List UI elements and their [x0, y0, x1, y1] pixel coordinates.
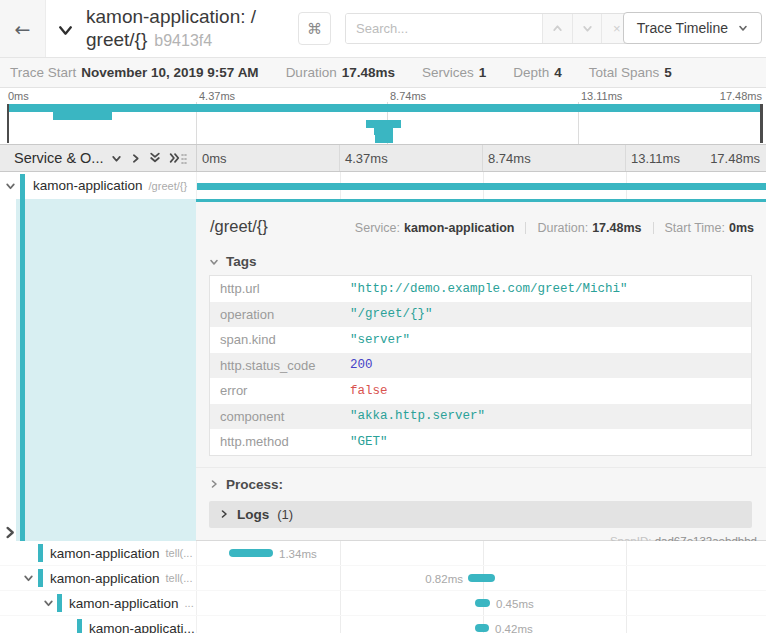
timeline-gridline	[340, 566, 341, 590]
keyboard-shortcuts-button[interactable]: ⌘	[298, 12, 331, 45]
span-name-cell[interactable]: kamon-application ...	[0, 591, 196, 615]
span-row[interactable]: kamon-applicati... 0.42ms	[0, 616, 766, 633]
back-button[interactable]: ←	[0, 0, 46, 57]
tag-key: error	[210, 383, 350, 398]
trace-minimap: 0ms 4.37ms 8.74ms 13.11ms 17.48ms	[0, 88, 766, 145]
search-input[interactable]	[346, 14, 542, 43]
chevron-down-icon	[738, 23, 748, 33]
span-name-cell[interactable]: kamon-applicati...	[0, 616, 196, 633]
timeline-gridline	[340, 591, 341, 615]
selected-span-column[interactable]	[16, 199, 196, 541]
span-name-cell[interactable]: kamon-application /greet/{}	[0, 172, 196, 199]
minimap-handle-left[interactable]	[7, 104, 9, 143]
span-rows: kamon-application tell(... 1.34ms kamon-…	[0, 541, 766, 633]
tags-table: http.url"http://demo.example.com/greet/M…	[209, 275, 752, 456]
timeline-gridline	[340, 616, 341, 633]
span-bar[interactable]	[229, 549, 273, 557]
column-gridline	[339, 145, 340, 171]
detail-meta: Service:kamon-application Duration:17.48…	[355, 221, 754, 235]
span-bar[interactable]	[197, 183, 766, 190]
command-icon: ⌘	[307, 20, 322, 38]
search-next-button[interactable]	[572, 14, 602, 43]
detail-operation-title: /greet/{}	[210, 217, 268, 236]
trace-collapse-toggle[interactable]	[52, 18, 78, 42]
summary-trace-start: Trace StartNovember 10, 2019 9:57 AM	[10, 65, 259, 80]
minimap-canvas[interactable]	[8, 104, 762, 144]
page-title-line2: greet/{}b9413f4	[86, 28, 256, 52]
span-bar[interactable]	[468, 574, 495, 582]
tag-row: span.kind"server"	[210, 327, 751, 353]
operation-name: tell(...	[166, 547, 193, 559]
collapse-all-button[interactable]	[149, 152, 161, 164]
process-section-header[interactable]: Process:	[196, 467, 766, 498]
tag-row: http.url"http://demo.example.com/greet/M…	[210, 276, 751, 302]
span-row[interactable]: kamon-application tell(... 0.82ms	[0, 566, 766, 591]
tag-row: http.method"GET"	[210, 429, 751, 455]
span-timeline-cell[interactable]: 0.82ms	[196, 566, 766, 590]
span-timeline-cell[interactable]: 1.34ms	[196, 541, 766, 565]
span-row-root[interactable]: kamon-application /greet/{}	[0, 172, 766, 199]
collapse-one-button[interactable]	[111, 153, 122, 164]
span-accent-bar	[57, 594, 62, 612]
chevron-down-icon	[57, 22, 74, 39]
span-row[interactable]: kamon-application ... 0.45ms	[0, 591, 766, 616]
span-name-cell[interactable]: kamon-application tell(...	[0, 541, 196, 565]
tag-key: operation	[210, 307, 350, 322]
summary-duration: Duration17.48ms	[286, 65, 395, 80]
minimap-span-bar	[53, 112, 112, 120]
search-prev-button[interactable]	[542, 14, 572, 43]
span-timeline-cell[interactable]: 0.45ms	[196, 591, 766, 615]
tag-row: component"akka.http.server"	[210, 404, 751, 430]
tag-row: http.status_code200	[210, 353, 751, 379]
expand-one-button[interactable]	[130, 153, 141, 164]
minimap-handle-right[interactable]	[760, 104, 763, 143]
span-bar[interactable]	[475, 624, 489, 632]
column-resizer[interactable]	[181, 153, 187, 165]
span-timeline-cell[interactable]	[196, 172, 766, 199]
tag-value: "akka.http.server"	[350, 409, 485, 423]
span-timeline-cell[interactable]: 0.42ms	[196, 616, 766, 633]
chevron-down-icon	[209, 257, 219, 267]
timeline-gridline	[483, 541, 484, 565]
span-accent-bar	[77, 619, 82, 633]
minimap-tick: 13.11ms	[581, 90, 622, 102]
tag-key: span.kind	[210, 332, 350, 347]
detail-collapse-chevron[interactable]	[3, 526, 16, 539]
minimap-tick: 4.37ms	[199, 90, 235, 102]
tag-value: "server"	[350, 333, 410, 347]
time-tick-label: 8.74ms	[488, 151, 531, 166]
minimap-tick: 0ms	[8, 90, 29, 102]
logs-section-header[interactable]: Logs (1)	[209, 501, 752, 528]
tag-key: component	[210, 409, 350, 424]
detail-meta-duration: Duration:17.48ms	[537, 221, 641, 235]
span-bar[interactable]	[475, 599, 490, 607]
summary-depth: Depth4	[513, 65, 562, 80]
time-tick-label: 0ms	[202, 151, 227, 166]
service-column-label: Service & O...	[14, 150, 103, 166]
tag-value: "http://demo.example.com/greet/Michi"	[350, 282, 628, 296]
meta-divider	[653, 222, 654, 234]
span-detail-row: /greet/{} Service:kamon-application Dura…	[0, 199, 766, 541]
tags-section-header[interactable]: Tags	[196, 245, 766, 275]
operation-name: tell(...	[166, 572, 193, 584]
span-detail-panel: /greet/{} Service:kamon-application Dura…	[196, 199, 766, 541]
duration-label: 1.34ms	[279, 548, 317, 560]
chevron-down-icon	[111, 153, 122, 164]
double-chevron-down-icon	[149, 152, 161, 164]
tag-row: errorfalse	[210, 378, 751, 404]
span-row[interactable]: kamon-application tell(... 1.34ms	[0, 541, 766, 566]
timeline-gridline	[626, 566, 627, 590]
column-divider	[196, 145, 197, 171]
duration-label: 0.45ms	[496, 598, 534, 610]
tag-value: "GET"	[350, 435, 388, 449]
view-selector-dropdown[interactable]: Trace Timeline	[623, 12, 762, 44]
tag-key: http.method	[210, 434, 350, 449]
duration-label: 0.42ms	[495, 623, 533, 633]
search-group: ×	[345, 13, 632, 44]
span-name-cell[interactable]: kamon-application tell(...	[0, 566, 196, 590]
service-name: kamon-applicati...	[89, 621, 195, 633]
duration-label: 0.82ms	[415, 573, 463, 585]
time-tick-label: 17.48ms	[710, 151, 760, 166]
time-tick-label: 4.37ms	[345, 151, 388, 166]
expand-all-button[interactable]	[169, 152, 181, 164]
